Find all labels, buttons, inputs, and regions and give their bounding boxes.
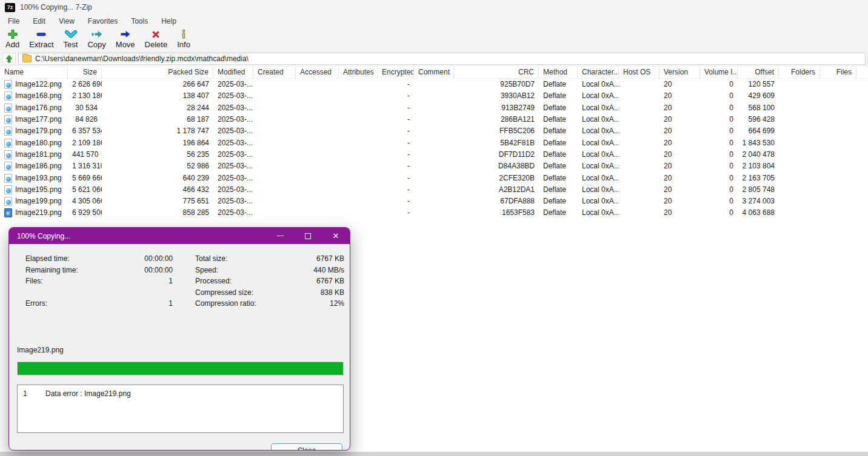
cell-offset: 2 040 478 <box>738 149 779 160</box>
cell-name: Image195.png <box>0 184 68 196</box>
cell-volume-i: 0 <box>700 114 738 125</box>
cell-name: Image122.png <box>0 79 68 90</box>
cell-character: Local 0xA... <box>578 184 619 196</box>
cell-packed-size: 266 647 <box>102 79 213 90</box>
close-button[interactable]: Close <box>271 443 342 451</box>
cell-character: Local 0xA... <box>578 125 619 137</box>
column-header-accessed[interactable]: Accessed <box>296 67 339 79</box>
cell-size: 441 570 <box>68 149 102 160</box>
minimize-button[interactable] <box>266 228 294 244</box>
column-header-volume-i[interactable]: Volume I... <box>700 67 738 79</box>
table-row[interactable]: Image176.png30 53428 2442025-03-...-913B… <box>0 102 868 114</box>
table-row[interactable]: Image181.png441 57056 2352025-03-...-DF7… <box>0 149 868 160</box>
cell-modified: 2025-03-... <box>213 207 253 219</box>
add-button[interactable]: Add <box>1 28 24 50</box>
move-button[interactable]: Move <box>112 28 139 50</box>
error-list-item[interactable]: 1Data error : Image219.png <box>18 389 343 399</box>
column-header-method[interactable]: Method <box>539 67 578 79</box>
cell-version: 20 <box>659 102 700 114</box>
table-row[interactable]: Image199.png4 305 066775 6512025-03-...-… <box>0 196 868 207</box>
info-button[interactable]: Info <box>173 28 195 50</box>
column-header-name[interactable]: Name <box>0 67 68 79</box>
screen: 7z 100% Copying... 7-Zip File Edit View … <box>0 0 868 456</box>
test-button[interactable]: Test <box>59 28 82 50</box>
extract-icon <box>35 29 47 39</box>
column-header-host-os[interactable]: Host OS <box>619 67 659 79</box>
cell-method: Deflate <box>539 125 578 137</box>
add-icon <box>7 29 19 39</box>
cell-modified: 2025-03-... <box>213 184 253 196</box>
stat-value: 440 MB/s <box>313 265 344 276</box>
cell-size: 1 316 310 <box>68 160 102 172</box>
table-row[interactable]: Image179.png6 357 5341 178 7472025-03-..… <box>0 125 868 137</box>
column-header-offset[interactable]: Offset <box>738 67 779 79</box>
address-path: C:\Users\danewman\Downloads\friendly.zip… <box>35 55 249 63</box>
cell-name: Image177.png <box>0 114 68 125</box>
folder-icon <box>22 55 32 62</box>
column-header-files[interactable]: Files <box>820 67 856 79</box>
cell-crc: 3930AB12 <box>454 90 539 102</box>
column-header-attributes[interactable]: Attributes <box>339 67 378 79</box>
column-header-crc[interactable]: CRC <box>454 67 539 79</box>
stat-right-row: Speed:440 MB/s <box>195 265 344 276</box>
menu-help[interactable]: Help <box>155 16 183 27</box>
stat-label: Speed: <box>195 265 218 276</box>
table-row[interactable]: Image177.png84 82668 1872025-03-...-286B… <box>0 114 868 125</box>
close-icon: ✕ <box>333 232 339 240</box>
table-row[interactable]: Image122.png2 626 690266 6472025-03-...-… <box>0 79 868 90</box>
copy-button[interactable]: Copy <box>83 28 110 50</box>
menu-tools[interactable]: Tools <box>124 16 155 27</box>
cell-method: Deflate <box>539 160 578 172</box>
column-header-packed-size[interactable]: Packed Size <box>102 67 213 79</box>
test-button-label: Test <box>64 40 78 49</box>
error-list[interactable]: 1Data error : Image219.png <box>17 385 344 433</box>
column-header-version[interactable]: Version <box>659 67 700 79</box>
stat-left-row: Files:1 <box>25 276 173 287</box>
cell-packed-size: 56 235 <box>102 149 213 160</box>
column-header-size[interactable]: Size <box>68 67 102 79</box>
menu-file[interactable]: File <box>1 16 26 27</box>
file-name: Image122.png <box>15 79 62 90</box>
column-header-folders[interactable]: Folders <box>779 67 820 79</box>
up-one-level-button[interactable] <box>2 53 16 65</box>
table-row[interactable]: Image180.png2 109 186196 8642025-03-...-… <box>0 137 868 148</box>
info-button-label: Info <box>177 40 190 49</box>
cell-encrypted: - <box>378 125 414 137</box>
delete-button[interactable]: Delete <box>141 28 172 50</box>
cell-name: Image186.png <box>0 160 68 172</box>
file-name: Image168.png <box>15 90 62 102</box>
file-name: Image199.png <box>15 196 62 207</box>
cell-name: Image168.png <box>0 90 68 102</box>
cell-encrypted: - <box>378 102 414 114</box>
close-window-button[interactable]: ✕ <box>322 228 350 244</box>
cell-volume-i: 0 <box>700 125 738 137</box>
cell-version: 20 <box>659 137 700 149</box>
column-header-created[interactable]: Created <box>253 67 296 79</box>
column-header-comment[interactable]: Comment <box>414 67 454 79</box>
menu-favorites[interactable]: Favorites <box>81 16 124 27</box>
image-file-icon <box>4 162 12 171</box>
column-header-encrypted[interactable]: Encrypted <box>378 67 414 79</box>
cell-offset: 4 063 688 <box>738 207 779 219</box>
cell-packed-size: 138 407 <box>102 90 213 102</box>
stat-left-row: Elapsed time:00:00:00 <box>25 253 173 265</box>
address-input[interactable]: C:\Users\danewman\Downloads\friendly.zip… <box>18 53 866 65</box>
menu-edit[interactable]: Edit <box>26 16 52 27</box>
window-title: 100% Copying... 7-Zip <box>20 3 92 12</box>
table-row[interactable]: Image193.png5 669 666640 2392025-03-...-… <box>0 172 868 183</box>
column-header-character[interactable]: Character... <box>578 67 619 79</box>
cell-size: 2 130 186 <box>68 90 102 102</box>
column-header-modified[interactable]: Modified <box>213 67 253 79</box>
stats-right-column: Total size:6767 KBSpeed:440 MB/sProcesse… <box>195 253 344 309</box>
stat-value: 00:00:00 <box>144 265 173 276</box>
copy-icon <box>91 29 103 39</box>
table-row[interactable]: Image219.png6 929 506858 2852025-03-...-… <box>0 207 868 219</box>
table-row[interactable]: Image186.png1 316 31052 9862025-03-...-D… <box>0 160 868 172</box>
cell-encrypted: - <box>378 149 414 160</box>
menu-view[interactable]: View <box>52 16 81 27</box>
stat-label: Compressed size: <box>195 287 253 299</box>
extract-button[interactable]: Extract <box>25 28 58 50</box>
table-row[interactable]: Image195.png5 621 066466 4322025-03-...-… <box>0 184 868 196</box>
maximize-button[interactable] <box>294 228 322 244</box>
table-row[interactable]: Image168.png2 130 186138 4072025-03-...-… <box>0 90 868 102</box>
